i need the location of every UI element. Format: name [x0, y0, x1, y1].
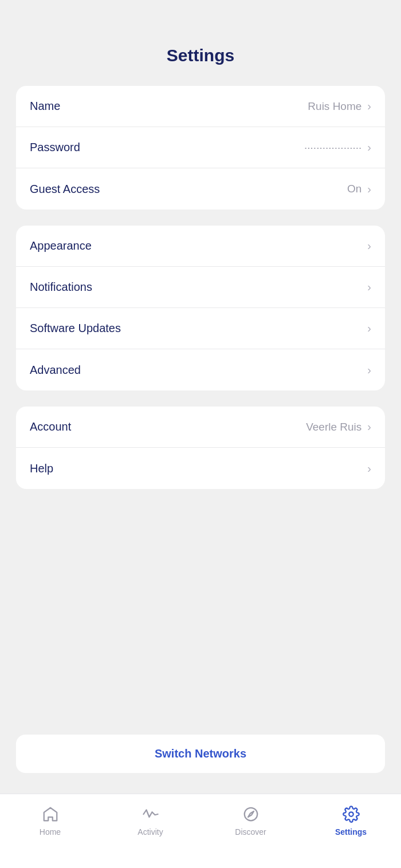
- settings-label-software-updates: Software Updates: [30, 322, 121, 335]
- home-icon: [41, 804, 60, 824]
- settings-row-advanced[interactable]: Advanced ›: [16, 349, 385, 390]
- settings-row-account[interactable]: Account Veerle Ruis ›: [16, 407, 385, 448]
- tab-label-home: Home: [40, 827, 61, 837]
- settings-row-right-account: Veerle Ruis ›: [306, 420, 371, 433]
- settings-label-name: Name: [30, 100, 60, 113]
- tab-settings[interactable]: Settings: [301, 804, 401, 837]
- settings-label-notifications: Notifications: [30, 281, 92, 294]
- settings-icon: [341, 804, 361, 824]
- tab-activity[interactable]: Activity: [100, 804, 200, 837]
- settings-label-guest-access: Guest Access: [30, 183, 100, 196]
- settings-card-account: Account Veerle Ruis › Help ›: [16, 407, 385, 489]
- settings-card-preferences: Appearance › Notifications › Software Up…: [16, 226, 385, 390]
- chevron-icon-advanced: ›: [367, 364, 371, 377]
- page-title: Settings: [16, 46, 385, 65]
- svg-point-0: [244, 808, 257, 821]
- tab-label-activity: Activity: [137, 827, 163, 837]
- settings-value-name: Ruis Home: [308, 100, 361, 113]
- settings-row-help[interactable]: Help ›: [16, 448, 385, 489]
- settings-label-password: Password: [30, 141, 80, 154]
- settings-row-right-help: ›: [367, 462, 371, 475]
- settings-row-notifications[interactable]: Notifications ›: [16, 267, 385, 308]
- chevron-icon-software-updates: ›: [367, 322, 371, 335]
- settings-value-password: ···················: [304, 141, 361, 154]
- settings-row-right-guest-access: On ›: [347, 183, 371, 196]
- settings-card-network: Name Ruis Home › Password ··············…: [16, 86, 385, 210]
- tab-discover[interactable]: Discover: [200, 804, 301, 837]
- tab-label-settings: Settings: [335, 827, 367, 837]
- chevron-icon-help: ›: [367, 462, 371, 475]
- settings-row-right-appearance: ›: [367, 239, 371, 252]
- chevron-icon-account: ›: [367, 420, 371, 433]
- chevron-icon-name: ›: [367, 100, 371, 113]
- settings-row-right-notifications: ›: [367, 281, 371, 294]
- settings-row-right-password: ··················· ›: [304, 141, 371, 154]
- switch-networks-button[interactable]: Switch Networks: [16, 735, 385, 773]
- settings-row-appearance[interactable]: Appearance ›: [16, 226, 385, 267]
- tab-home[interactable]: Home: [0, 804, 100, 837]
- chevron-icon-password: ›: [367, 141, 371, 154]
- chevron-icon-guest-access: ›: [367, 183, 371, 196]
- settings-label-account: Account: [30, 420, 71, 433]
- settings-row-right-name: Ruis Home ›: [308, 100, 371, 113]
- settings-row-password[interactable]: Password ··················· ›: [16, 127, 385, 168]
- settings-value-account: Veerle Ruis: [306, 421, 361, 433]
- tab-label-discover: Discover: [235, 827, 266, 837]
- settings-value-guest-access: On: [347, 183, 361, 195]
- settings-row-guest-access[interactable]: Guest Access On ›: [16, 168, 385, 210]
- discover-icon: [241, 804, 261, 824]
- svg-point-2: [349, 812, 353, 816]
- settings-row-name[interactable]: Name Ruis Home ›: [16, 86, 385, 127]
- settings-row-right-advanced: ›: [367, 364, 371, 377]
- activity-icon: [141, 804, 160, 824]
- settings-row-software-updates[interactable]: Software Updates ›: [16, 308, 385, 349]
- chevron-icon-appearance: ›: [367, 239, 371, 252]
- tab-bar: Home Activity Discover Settings: [0, 794, 401, 868]
- settings-label-advanced: Advanced: [30, 364, 81, 377]
- chevron-icon-notifications: ›: [367, 281, 371, 294]
- settings-label-help: Help: [30, 462, 53, 475]
- settings-label-appearance: Appearance: [30, 239, 92, 252]
- switch-networks-wrap: Switch Networks: [0, 735, 401, 794]
- settings-row-right-software-updates: ›: [367, 322, 371, 335]
